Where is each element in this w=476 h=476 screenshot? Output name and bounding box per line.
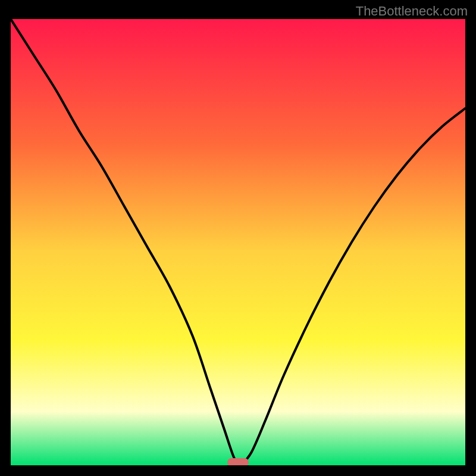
plot-area bbox=[11, 19, 465, 465]
chart-frame: TheBottleneck.com bbox=[0, 0, 476, 476]
watermark-text: TheBottleneck.com bbox=[356, 4, 468, 19]
chart-svg bbox=[11, 19, 465, 465]
optimal-marker bbox=[227, 458, 249, 465]
gradient-bg bbox=[11, 19, 465, 465]
